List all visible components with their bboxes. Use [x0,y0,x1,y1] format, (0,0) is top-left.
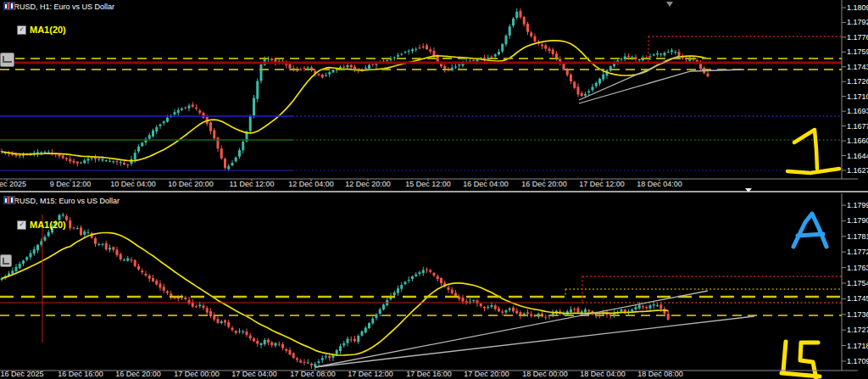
window-chart-icon[interactable] [3,196,14,204]
panel-h1-ma-row: ✓ MA1(20) [17,25,66,35]
candle-body [404,52,407,53]
candle-body [458,64,460,65]
candle-body [501,311,504,312]
candle-body [347,339,349,343]
chart-object-icon[interactable] [0,53,14,67]
candle-body [368,65,370,69]
candle-body [188,106,191,109]
candle-body [94,238,97,244]
candle-body [174,112,176,114]
candle-body [649,305,652,309]
price-axis-label: 1.16440 [847,152,868,160]
price-axis-label: 1.17990 [847,201,868,209]
candle-body [494,305,497,309]
candle-body [91,158,93,159]
candle-body [693,59,695,60]
candle-body [707,74,709,76]
candle-body [498,52,500,54]
candle-body [515,12,518,18]
candle-body [198,305,201,307]
candle-body [105,160,108,161]
candle-body [592,87,594,91]
plot-area-m15[interactable] [1,213,670,371]
candle-body [339,346,342,351]
candle-body [192,104,194,106]
candle-body [328,72,331,74]
candle-body [256,81,259,99]
candle-body [310,364,313,365]
candle-body [30,254,32,258]
candle-body [159,283,162,287]
candle-body [148,135,151,138]
candle-body [653,304,655,305]
candle-body [555,53,558,58]
candle-body [134,153,136,159]
candle-body [44,152,47,153]
candle-body [544,317,547,318]
window-chart-icon[interactable] [3,2,14,10]
price-axis-label: 1.18090 [847,3,868,12]
candle-body [134,260,136,266]
candle-body [357,336,359,342]
time-axis-label: 15 Dec 12:00 [405,180,451,188]
price-axis-label: 1.16770 [847,122,868,131]
candle-body [638,59,641,60]
time-axis-label: 12 Dec 20:00 [345,180,391,188]
ma-line [2,233,668,356]
candle-body [11,270,14,274]
candle-body [480,304,482,306]
candle-body [397,55,399,57]
candle-body [415,49,417,50]
candle-body [148,276,151,279]
candle-body [364,327,367,332]
candle-body [97,159,100,159]
candle-body [303,362,306,363]
candle-body [664,309,666,314]
candle-body [382,304,385,309]
candle-body [307,362,309,363]
price-axis-label: 1.17100 [847,92,868,101]
handwritten-A [793,214,826,247]
candle-body [382,61,385,62]
price-axis-label: 1.17270 [847,326,868,334]
candle-body [120,162,122,163]
handwritten-15 [783,342,786,371]
candle-body [371,64,374,65]
candle-body [659,53,662,54]
ma-indicator-label: MA1(20) [30,220,66,230]
candle-body [534,36,537,42]
candle-body [227,166,230,170]
candle-body [246,332,248,335]
candle-body [220,321,223,323]
candle-body [159,125,162,126]
candle-body [227,322,230,327]
candle-body [260,64,263,81]
candle-body [577,86,580,94]
candle-body [530,32,532,36]
candle-body [62,156,64,159]
candle-body [620,59,623,59]
candle-body [526,313,529,315]
candle-body [112,247,114,249]
time-axis-label: 9 Dec 2025 [0,180,26,188]
candle-body [69,220,71,228]
candle-body [437,276,439,279]
candle-body [678,52,681,56]
candle-body [364,68,367,69]
price-axis-label: 1.16935 [847,107,868,115]
price-axis-label: 1.17265 [847,77,868,86]
candle-body [577,308,580,312]
candle-body [249,335,252,338]
charts-canvas[interactable]: 1.180901.179251.177601.175951.174301.172… [0,0,868,379]
candle-body [303,68,306,69]
chart-object-icon[interactable] [0,254,12,267]
candle-body [281,344,284,348]
ma-indicator-checkbox[interactable]: ✓ [17,25,26,35]
candle-body [141,270,143,272]
ma-indicator-checkbox[interactable]: ✓ [17,220,26,230]
candle-body [195,108,198,109]
candle-body [83,231,86,235]
app-root: 1.180901.179251.177601.175951.174301.172… [0,0,868,379]
candle-body [602,75,604,80]
candle-body [400,54,403,55]
